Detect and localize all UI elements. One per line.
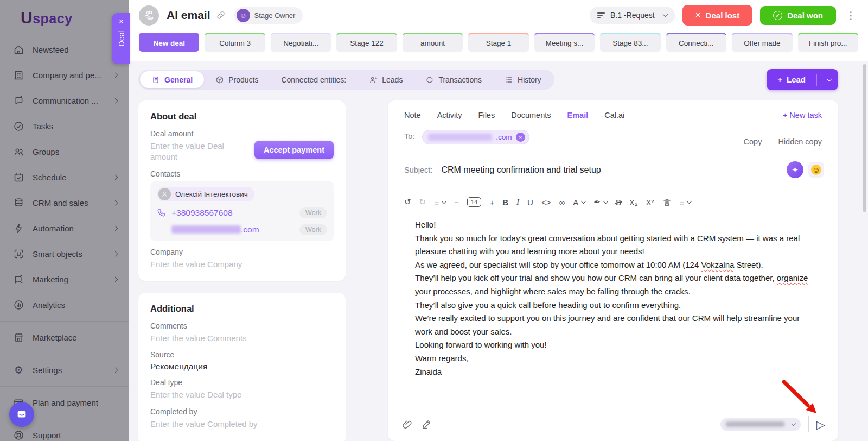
tab-transactions[interactable]: Transactions: [414, 70, 493, 90]
list-icon: [505, 75, 513, 84]
send-button[interactable]: ▷: [816, 419, 825, 430]
italic-icon[interactable]: I: [516, 198, 519, 207]
activity-tabs: Note Activity Files Documents Email Cal.…: [388, 100, 838, 125]
contact-email-suffix[interactable]: .com: [241, 225, 259, 235]
card-heading: Additional: [150, 304, 334, 314]
stage-chip[interactable]: Meeting s...: [534, 33, 595, 52]
ai-assistant-button[interactable]: ✦: [787, 161, 803, 178]
stage-chip[interactable]: Negotiati...: [271, 33, 331, 52]
support-chat-button[interactable]: [9, 402, 34, 427]
tab-documents[interactable]: Documents: [511, 111, 551, 119]
completed-by-label: Completed by: [150, 407, 334, 416]
stage-pipeline: New deal Column 3 Negotiati... Stage 122…: [129, 30, 868, 52]
recipient-chip[interactable]: .com ×: [422, 130, 529, 144]
copy-button[interactable]: Copy: [744, 137, 762, 146]
deal-slideover-tab[interactable]: × Deal: [112, 13, 130, 64]
comments-field[interactable]: Enter the value Comments: [150, 333, 334, 344]
redacted-recipient: [428, 134, 492, 141]
stage-chip[interactable]: amount: [403, 33, 463, 52]
tab-connected-entities[interactable]: Connected entities:: [270, 70, 358, 90]
page-title: AI email: [167, 9, 210, 22]
funnel-selector[interactable]: B.1 -Request: [590, 7, 675, 24]
increase-font-size-icon[interactable]: +: [489, 198, 494, 207]
filter-icon: [597, 11, 605, 20]
more-options-icon[interactable]: ⋮: [844, 9, 858, 22]
stage-owner-chip[interactable]: ☺ Stage Owner: [234, 7, 303, 24]
emoji-picker-button[interactable]: ☺: [808, 162, 824, 178]
plus-icon: +: [777, 75, 782, 84]
chevron-down-icon[interactable]: [817, 79, 838, 81]
stage-chip[interactable]: Stage 122: [336, 33, 397, 52]
email-body[interactable]: Hello! Thank you so much for today’s gre…: [388, 213, 838, 410]
contact-name: Олексій Інтелектович: [175, 190, 248, 198]
sender-account-selector[interactable]: [720, 418, 801, 431]
bold-icon[interactable]: B: [502, 198, 508, 207]
scrollbar[interactable]: [863, 64, 866, 212]
superscript-icon[interactable]: X²: [646, 198, 654, 207]
additional-card: Additional Comments Enter the value Comm…: [138, 293, 346, 441]
tab-note[interactable]: Note: [404, 111, 421, 119]
document-icon: [151, 75, 160, 84]
card-heading: About deal: [150, 111, 334, 122]
modal-dim-overlay: [0, 0, 129, 441]
tab-leads[interactable]: Leads: [358, 70, 414, 90]
stage-chip[interactable]: New deal: [139, 33, 199, 52]
code-icon[interactable]: <>: [541, 198, 551, 207]
source-value[interactable]: Рекомендация: [150, 362, 334, 371]
stage-chip[interactable]: Stage 1: [468, 33, 528, 52]
decrease-font-size-icon[interactable]: −: [454, 198, 459, 207]
contact-chip[interactable]: Олексій Інтелектович: [157, 187, 254, 201]
align-icon[interactable]: ≡: [680, 198, 692, 207]
tab-cal-ai[interactable]: Cal.ai: [604, 111, 624, 119]
completed-by-field[interactable]: Enter the value Completed by: [150, 419, 334, 430]
hidden-copy-button[interactable]: Hidden copy: [778, 137, 822, 146]
strikethrough-icon[interactable]: S: [616, 198, 621, 207]
accept-payment-button[interactable]: Accept payment: [254, 141, 334, 159]
deal-header: AI email ☺ Stage Owner B.1 -Request × De…: [129, 0, 868, 61]
tab-activity[interactable]: Activity: [437, 111, 462, 119]
close-icon[interactable]: ×: [119, 17, 124, 26]
stage-chip[interactable]: Column 3: [205, 33, 265, 52]
undo-icon[interactable]: ↺: [404, 197, 411, 207]
divider: [808, 416, 809, 432]
deal-amount-field[interactable]: Enter the value Deal amount: [150, 141, 248, 163]
stage-chip[interactable]: Finish pro...: [798, 33, 858, 52]
link-icon[interactable]: [216, 10, 226, 20]
tab-general[interactable]: General: [140, 71, 204, 88]
deal-tabs: General Products Connected entities: Lea…: [138, 70, 554, 90]
comments-label: Comments: [150, 322, 334, 330]
paragraph-format-icon[interactable]: ≡: [434, 198, 446, 207]
deal-won-button[interactable]: ✓ Deal won: [760, 6, 836, 25]
redo-icon[interactable]: ↻: [419, 197, 426, 207]
subscript-icon[interactable]: X₂: [629, 198, 638, 207]
underline-icon[interactable]: U: [527, 198, 533, 207]
subject-input[interactable]: CRM meeting confirmation and trial setup: [441, 165, 601, 175]
trash-icon[interactable]: [662, 198, 672, 207]
add-lead-button[interactable]: +Lead: [767, 69, 838, 90]
contact-phone[interactable]: +380938567608: [171, 208, 233, 218]
deal-type-field[interactable]: Enter the value Deal type: [150, 389, 334, 400]
tab-email[interactable]: Email: [567, 111, 589, 119]
tab-files[interactable]: Files: [478, 111, 495, 119]
stage-chip[interactable]: Stage 83...: [600, 33, 660, 52]
deal-type-label: Deal type: [150, 378, 334, 387]
paperclip-icon[interactable]: [402, 419, 413, 430]
text-color-icon[interactable]: A: [573, 198, 585, 207]
handshake-icon: [143, 9, 155, 21]
company-field[interactable]: Enter the value Company: [150, 259, 334, 270]
stage-chip[interactable]: Connecti...: [666, 33, 726, 52]
highlight-icon[interactable]: ✒: [593, 197, 608, 207]
tab-history[interactable]: History: [493, 70, 553, 90]
font-size-value[interactable]: 14: [467, 197, 482, 207]
deal-avatar: [139, 5, 159, 26]
signature-icon[interactable]: [422, 419, 432, 430]
remove-recipient-icon[interactable]: ×: [516, 133, 525, 142]
refresh-icon: [425, 75, 434, 84]
chat-bubble-icon: [16, 408, 28, 420]
new-task-button[interactable]: + New task: [783, 111, 822, 119]
stage-chip[interactable]: Offer made: [732, 33, 792, 52]
x-icon: ×: [695, 10, 701, 21]
link-icon[interactable]: ∞: [559, 198, 565, 207]
tab-products[interactable]: Products: [204, 70, 270, 90]
deal-lost-button[interactable]: × Deal lost: [682, 5, 752, 26]
